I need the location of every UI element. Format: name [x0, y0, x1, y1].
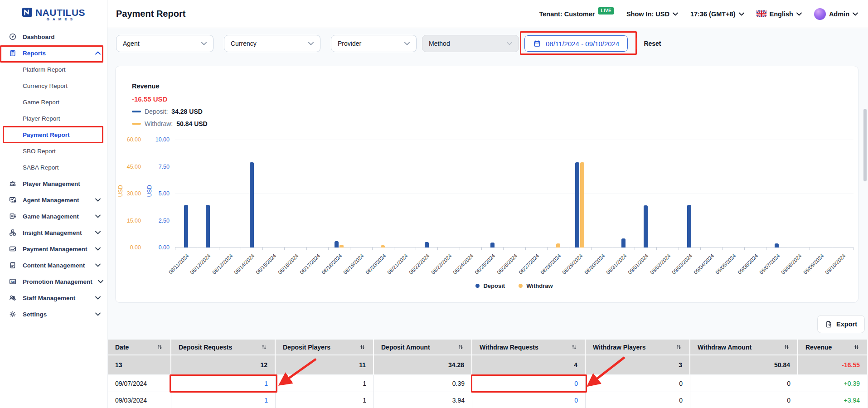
withdraw-axis-tick: 0.00 — [130, 244, 141, 251]
column-header-deposit-amount[interactable]: Deposit Amount — [374, 340, 472, 355]
x-axis-label: 09/10/2024 — [824, 253, 846, 275]
cell-withdraw-requests[interactable]: 0 — [472, 375, 586, 392]
sort-icon[interactable] — [256, 344, 267, 350]
cell-revenue: +3.94 — [798, 392, 867, 408]
sidebar-subitem-game-report[interactable]: Game Report — [0, 94, 107, 110]
sidebar-subitem-sbo-report[interactable]: SBO Report — [0, 143, 107, 159]
table-row: 09/07/2024110.39000+0.39 — [108, 375, 868, 392]
legend-item-deposit[interactable]: Deposit — [475, 282, 505, 289]
column-header-withdraw-amount[interactable]: Withdraw Amount — [690, 340, 798, 355]
deposit-bar-08-22-2024[interactable] — [425, 242, 429, 248]
sort-icon[interactable] — [453, 344, 464, 350]
x-axis-label: 08/26/2024 — [496, 253, 518, 275]
deposit-bar-08-12-2024[interactable] — [206, 205, 210, 248]
sidebar-item-settings[interactable]: Settings — [0, 306, 107, 322]
sidebar-subitem-payment-report[interactable]: Payment Report — [0, 126, 107, 143]
sort-icon[interactable] — [566, 344, 577, 350]
sidebar-subitem-player-report[interactable]: Player Report — [0, 110, 107, 126]
column-header-label: Deposit Players — [283, 344, 330, 351]
withdraw-axis-tick: 30.00 — [127, 190, 141, 197]
deposit-bar-08-18-2024[interactable] — [335, 241, 339, 248]
sidebar-item-insight-management[interactable]: Insight Management — [0, 224, 107, 241]
scrollbar-thumb[interactable] — [863, 109, 867, 181]
language-selector[interactable]: English — [756, 10, 802, 18]
user-menu[interactable]: Admin — [814, 8, 858, 20]
deposit-axis-tick: 2.50 — [159, 218, 170, 224]
sidebar-item-player-management[interactable]: Player Management — [0, 175, 107, 192]
chevron-down-icon — [796, 12, 802, 16]
tenant-label: Tenant: Customer — [539, 10, 595, 18]
sidebar-item-label: Insight Management — [23, 229, 82, 236]
column-header-label: Deposit Amount — [381, 344, 430, 351]
cell-deposit-requests[interactable]: 1 — [171, 392, 276, 408]
column-header-deposit-players[interactable]: Deposit Players — [276, 340, 374, 355]
logo[interactable]: NAUTILUS GAMES — [0, 0, 107, 28]
withdraw-bar-08-28-2024[interactable] — [556, 243, 560, 248]
deposit-axis-tick: 0.00 — [159, 244, 170, 251]
x-axis-label: 09/05/2024 — [715, 253, 737, 275]
sidebar-subitem-currency-report[interactable]: Currency Report — [0, 78, 107, 94]
x-axis-label: 08/11/2024 — [168, 253, 190, 275]
cell-date: 09/03/2024 — [108, 392, 171, 408]
column-header-withdraw-players[interactable]: Withdraw Players — [586, 340, 690, 355]
deposit-bar-08-11-2024[interactable] — [184, 205, 188, 248]
cell-withdraw-requests[interactable]: 0 — [472, 392, 586, 408]
deposit-bar-09-01-2024[interactable] — [644, 205, 648, 248]
sidebar-item-dashboard[interactable]: Dashboard — [0, 29, 107, 45]
deposit-bar-08-14-2024[interactable] — [250, 162, 254, 248]
sort-icon[interactable] — [152, 344, 163, 350]
sidebar-item-staff-management[interactable]: Staff Management — [0, 290, 107, 306]
export-button[interactable]: Export — [817, 315, 865, 333]
withdraw-bar-08-29-2024[interactable] — [580, 162, 584, 248]
sort-icon[interactable] — [779, 344, 790, 350]
x-axis-label: 08/25/2024 — [474, 253, 496, 275]
summary-cell-date: 13 — [108, 355, 171, 374]
sidebar-item-payment-management[interactable]: Payment Management — [0, 241, 107, 257]
column-header-label: Withdraw Players — [593, 344, 646, 351]
deposit-bar-08-25-2024[interactable] — [490, 243, 495, 248]
content: Agent Currency Provider Method — [107, 28, 868, 408]
gridline — [175, 194, 853, 194]
sidebar-item-reports[interactable]: Reports — [0, 45, 107, 61]
sidebar-subitem-saba-report[interactable]: SABA Report — [0, 159, 107, 175]
cell-deposit-requests[interactable]: 1 — [171, 375, 276, 392]
column-header-revenue[interactable]: Revenue — [798, 340, 867, 355]
timezone-selector[interactable]: 17:36 (GMT+8) — [690, 10, 744, 18]
tenant-selector[interactable]: Tenant: Customer LIVE — [539, 10, 614, 18]
sidebar-subitem-platform-report[interactable]: Platform Report — [0, 61, 107, 78]
deposit-bar-09-07-2024[interactable] — [775, 243, 779, 248]
column-header-deposit-requests[interactable]: Deposit Requests — [171, 340, 276, 355]
legend-item-withdraw[interactable]: Withdraw — [519, 282, 553, 289]
avatar — [814, 8, 826, 20]
deposit-bar-08-31-2024[interactable] — [621, 238, 626, 248]
sidebar-item-content-management[interactable]: Content Management — [0, 257, 107, 273]
sidebar-item-game-management[interactable]: Game Management — [0, 208, 107, 224]
deposit-bar-08-29-2024[interactable] — [575, 162, 579, 248]
app-root: NAUTILUS GAMES DashboardReportsPlatform … — [0, 0, 868, 408]
currency-filter-select[interactable]: Currency — [224, 35, 320, 52]
chevron-down-icon — [95, 231, 101, 234]
sort-icon[interactable] — [671, 344, 682, 350]
reset-button[interactable]: Reset — [644, 40, 661, 47]
agent-filter-select[interactable]: Agent — [116, 35, 213, 52]
x-axis-label: 08/30/2024 — [583, 253, 606, 275]
provider-filter-select[interactable]: Provider — [331, 35, 417, 52]
date-range-picker[interactable]: 08/11/2024 - 09/10/2024 — [524, 35, 628, 52]
deposit-axis-tick: 7.50 — [159, 164, 170, 170]
sidebar-item-label: Player Management — [23, 180, 80, 187]
user-label: Admin — [829, 10, 849, 18]
sort-icon[interactable] — [849, 344, 860, 350]
deposit-bar-09-03-2024[interactable] — [687, 205, 691, 248]
sort-icon[interactable] — [354, 344, 366, 350]
sidebar-item-promotion-management[interactable]: AdPromotion Management — [0, 273, 107, 290]
sidebar-item-label: Settings — [23, 311, 47, 318]
show-in-currency-selector[interactable]: Show In: USD — [626, 10, 678, 18]
column-header-date[interactable]: Date — [108, 340, 171, 355]
gridline — [175, 221, 853, 221]
sidebar-item-agent-management[interactable]: Agent Management — [0, 192, 107, 208]
column-header-label: Date — [115, 344, 129, 351]
chevron-down-icon — [739, 12, 744, 16]
sidebar-item-label: Game Management — [23, 213, 79, 220]
column-header-withdraw-requests[interactable]: Withdraw Requests — [472, 340, 586, 355]
withdraw-summary-row: Withdraw: 50.84 USD — [132, 120, 208, 127]
